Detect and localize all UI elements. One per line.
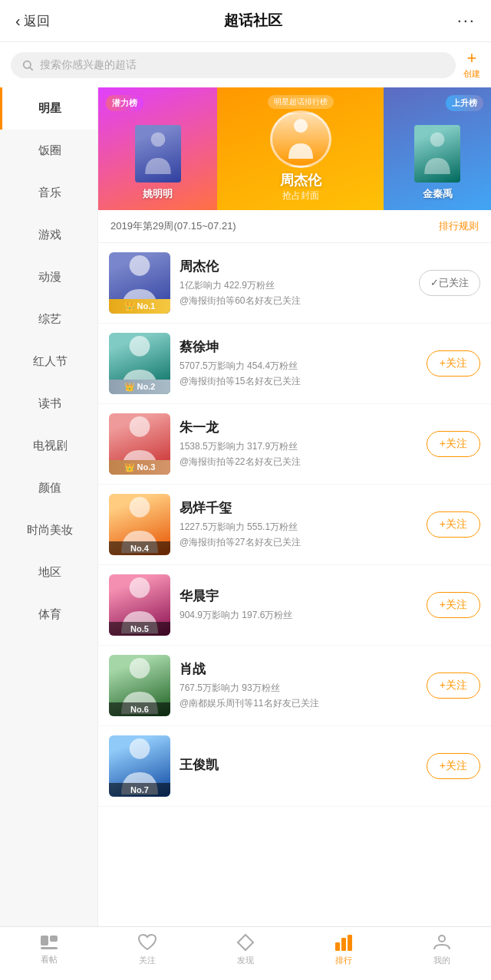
- follow-button-6[interactable]: +关注: [427, 673, 480, 699]
- rank-avatar-wrap-7: No.7: [109, 735, 170, 797]
- heart-icon: [137, 933, 157, 952]
- create-label: 创建: [463, 68, 480, 80]
- rank-info-1: 周杰伦 1亿影响力 422.9万粉丝 @海报街拍等60名好友已关注: [180, 258, 410, 307]
- follow-button-5[interactable]: +关注: [427, 592, 480, 618]
- nav-label-faxian: 发现: [237, 955, 254, 966]
- rank-stats-5: 904.9万影响力 197.6万粉丝: [180, 608, 417, 623]
- rank-item-7: No.7 王俊凯 +关注: [98, 726, 491, 807]
- sidebar-item-shimei[interactable]: 时尚美妆: [0, 509, 97, 551]
- create-plus-icon: +: [467, 50, 477, 67]
- rank-avatar-wrap-5: No.5: [109, 574, 170, 636]
- banner-center-avatar: [270, 110, 331, 168]
- sidebar-item-dianshiju[interactable]: 电视剧: [0, 425, 97, 467]
- rank-stats-2: 5707.5万影响力 454.4万粉丝 @海报街拍等15名好友已关注: [180, 359, 417, 388]
- banner-left[interactable]: 潜力榜 姚明明: [98, 87, 217, 210]
- banner-center[interactable]: 明星超话排行榜 周杰伦 抢占封面: [217, 87, 384, 210]
- page-title: 超话社区: [224, 11, 282, 31]
- follow-button-7[interactable]: +关注: [427, 753, 480, 779]
- rank-name-6: 肖战: [180, 660, 417, 678]
- rank-info-4: 易烊千玺 1227.5万影响力 555.1万粉丝 @海报街拍等27名好友已关注: [180, 499, 417, 549]
- rank-info-6: 肖战 767.5万影响力 93万粉丝 @南都娱乐周刊等11名好友已关注: [180, 660, 417, 710]
- follow-button-1[interactable]: ✓已关注: [419, 270, 480, 296]
- banner-right-tag: 上升榜: [446, 95, 483, 111]
- sidebar-item-diqu[interactable]: 地区: [0, 551, 97, 594]
- rank-info-7: 王俊凯: [180, 756, 417, 777]
- sidebar-item-dushu[interactable]: 读书: [0, 383, 97, 425]
- rank-name-3: 朱一龙: [180, 419, 417, 436]
- svg-point-10: [130, 658, 150, 679]
- banner-left-avatar: [135, 125, 181, 183]
- sidebar-item-youxi[interactable]: 游戏: [0, 214, 97, 256]
- nav-item-guanzhu[interactable]: 关注: [117, 933, 178, 966]
- sidebar-item-tiyue[interactable]: 体育: [0, 594, 97, 636]
- back-button[interactable]: ‹ 返回: [15, 12, 50, 30]
- rank-avatar-wrap-2: 👑 No.2: [109, 333, 170, 394]
- ranking-rules-link[interactable]: 排行规则: [439, 219, 479, 233]
- sidebar-item-yanzhi[interactable]: 颜值: [0, 467, 97, 509]
- sidebar: 明星 饭圈 音乐 游戏 动漫 综艺 红人节 读书 电视剧 颜值 时尚美妆 地区 …: [0, 87, 98, 931]
- banner-center-tag: 明星超话排行榜: [268, 95, 334, 109]
- banner-left-tag: 潜力榜: [106, 95, 143, 111]
- sidebar-item-mingxing[interactable]: 明星: [0, 87, 97, 130]
- nav-label-paihang: 排行: [335, 955, 352, 966]
- rank-badge-2: 👑 No.2: [109, 380, 170, 394]
- eye-icon: [39, 934, 59, 951]
- rank-name-7: 王俊凯: [180, 756, 417, 774]
- rank-item-6: No.6 肖战 767.5万影响力 93万粉丝 @南都娱乐周刊等11名好友已关注…: [98, 646, 491, 726]
- search-placeholder: 搜索你感兴趣的超话: [40, 58, 137, 72]
- create-button[interactable]: + 创建: [463, 50, 480, 80]
- more-button[interactable]: ···: [457, 11, 476, 31]
- svg-point-7: [130, 416, 150, 437]
- bottom-nav: 看帖 关注 发现 排行 我的: [0, 926, 491, 980]
- sidebar-item-hongren[interactable]: 红人节: [0, 340, 97, 383]
- follow-button-4[interactable]: +关注: [427, 511, 480, 538]
- chart-icon: [334, 933, 354, 952]
- rank-avatar-wrap-4: No.4: [109, 494, 170, 555]
- nav-item-wode[interactable]: 我的: [411, 933, 473, 966]
- svg-rect-14: [41, 947, 58, 949]
- rank-item-1: 👑 No.1 周杰伦 1亿影响力 422.9万粉丝 @海报街拍等60名好友已关注…: [98, 243, 491, 324]
- banner[interactable]: 潜力榜 姚明明 明星超话排行榜: [98, 87, 491, 210]
- sidebar-item-zongyi[interactable]: 综艺: [0, 298, 97, 340]
- svg-point-11: [130, 738, 150, 759]
- rank-avatar-wrap-1: 👑 No.1: [109, 252, 170, 314]
- follow-button-3[interactable]: +关注: [427, 431, 480, 457]
- rank-info-3: 朱一龙 1538.5万影响力 317.9万粉丝 @海报街拍等22名好友已关注: [180, 419, 417, 469]
- search-box[interactable]: 搜索你感兴趣的超话: [11, 52, 456, 78]
- rank-badge-7: No.7: [109, 783, 170, 797]
- sidebar-item-faquan[interactable]: 饭圈: [0, 130, 97, 172]
- rank-item-3: 👑 No.3 朱一龙 1538.5万影响力 317.9万粉丝 @海报街拍等22名…: [98, 404, 491, 485]
- banner-left-name: 姚明明: [143, 187, 173, 201]
- rank-item-2: 👑 No.2 蔡徐坤 5707.5万影响力 454.4万粉丝 @海报街拍等15名…: [98, 324, 491, 404]
- rank-name-2: 蔡徐坤: [180, 338, 417, 356]
- banner-right[interactable]: 上升榜 金秦禹: [384, 87, 491, 210]
- svg-point-3: [294, 119, 308, 133]
- main-layout: 明星 饭圈 音乐 游戏 动漫 综艺 红人节 读书 电视剧 颜值 时尚美妆 地区 …: [0, 87, 491, 931]
- banner-right-avatar: [414, 125, 460, 183]
- nav-item-faxian[interactable]: 发现: [215, 933, 276, 966]
- follow-button-2[interactable]: +关注: [427, 350, 480, 377]
- nav-item-paihang[interactable]: 排行: [313, 933, 374, 966]
- sidebar-item-yinyue[interactable]: 音乐: [0, 172, 97, 214]
- svg-rect-17: [341, 938, 346, 951]
- rank-badge-5: No.5: [109, 622, 170, 636]
- rank-info-2: 蔡徐坤 5707.5万影响力 454.4万粉丝 @海报街拍等15名好友已关注: [180, 338, 417, 388]
- rank-badge-6: No.6: [109, 702, 170, 716]
- svg-point-19: [439, 936, 445, 942]
- svg-rect-16: [335, 942, 340, 951]
- rank-stats-1: 1亿影响力 422.9万粉丝 @海报街拍等60名好友已关注: [180, 278, 410, 307]
- svg-point-8: [130, 497, 150, 518]
- svg-point-6: [130, 336, 150, 357]
- svg-point-2: [150, 132, 165, 146]
- rank-item-4: No.4 易烊千玺 1227.5万影响力 555.1万粉丝 @海报街拍等27名好…: [98, 485, 491, 565]
- week-bar: 2019年第29周(07.15~07.21) 排行规则: [98, 210, 491, 243]
- rank-badge-1: 👑 No.1: [109, 299, 170, 314]
- nav-label-guanzhu: 关注: [139, 955, 156, 966]
- nav-item-kanpai[interactable]: 看帖: [18, 934, 80, 965]
- header: ‹ 返回 超话社区 ···: [0, 0, 491, 42]
- chevron-left-icon: ‹: [15, 12, 21, 30]
- svg-marker-15: [238, 935, 253, 950]
- rank-stats-4: 1227.5万影响力 555.1万粉丝 @海报街拍等27名好友已关注: [180, 520, 417, 549]
- svg-point-0: [24, 61, 31, 67]
- sidebar-item-dongman[interactable]: 动漫: [0, 256, 97, 298]
